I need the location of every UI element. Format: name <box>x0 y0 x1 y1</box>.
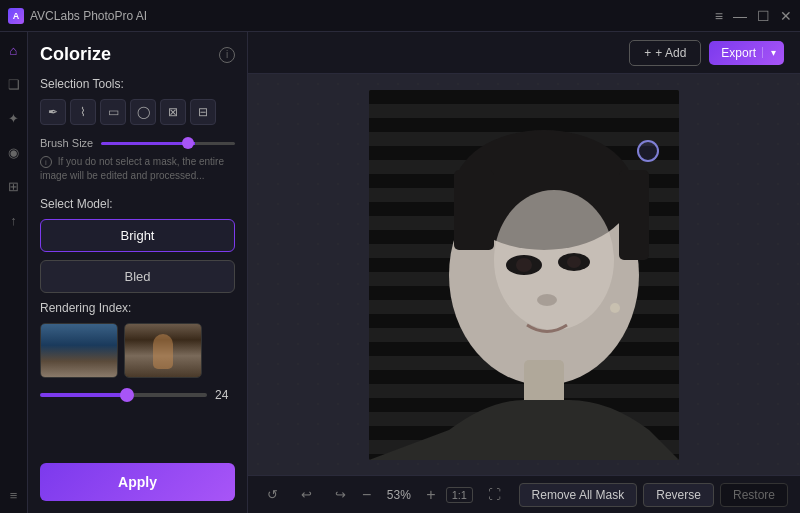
refresh-icon[interactable]: ↺ <box>260 483 284 507</box>
reverse-button[interactable]: Reverse <box>643 483 714 507</box>
zoom-plus-icon[interactable]: + <box>426 486 435 504</box>
canvas-area: + + Add Export ▾ <box>248 32 800 513</box>
svg-point-12 <box>537 294 557 306</box>
ellipse-select-btn[interactable]: ◯ <box>130 99 156 125</box>
redo-icon[interactable]: ↪ <box>328 483 352 507</box>
main-image <box>369 90 679 460</box>
layers-icon[interactable]: ❑ <box>4 74 24 94</box>
brush-size-thumb[interactable] <box>182 137 194 149</box>
effects-icon[interactable]: ✦ <box>4 108 24 128</box>
sidebar-panel: Colorize i Selection Tools: ✒ ⌇ ▭ ◯ ⊠ ⊟ … <box>28 32 248 513</box>
export-rail-icon[interactable]: ↑ <box>4 210 24 230</box>
select-model-label: Select Model: <box>40 197 235 211</box>
selection-tools-row: ✒ ⌇ ▭ ◯ ⊠ ⊟ <box>40 99 235 125</box>
face-icon[interactable]: ◉ <box>4 142 24 162</box>
zoom-level: 53% <box>381 488 416 502</box>
minimize-icon[interactable]: — <box>733 8 747 24</box>
thumbnail-mountain <box>40 323 118 378</box>
bottom-toolbar-right: Remove All Mask Reverse Restore <box>519 483 788 507</box>
window-controls[interactable]: ≡ — ☐ ✕ <box>715 8 792 24</box>
rendering-index-thumb[interactable] <box>120 388 134 402</box>
restore-button[interactable]: Restore <box>720 483 788 507</box>
rendering-index-slider[interactable] <box>40 393 207 397</box>
svg-point-11 <box>567 256 581 268</box>
close-icon[interactable]: ✕ <box>780 8 792 24</box>
rendering-index-label: Rendering Index: <box>40 301 235 315</box>
sidebar-title: Colorize <box>40 44 111 65</box>
bottom-bar: ↺ ↩ ↪ − 53% + 1:1 ⛶ Remove All Mask Reve… <box>248 475 800 513</box>
image-viewport[interactable] <box>248 74 800 475</box>
export-arrow-icon[interactable]: ▾ <box>762 47 784 58</box>
export-button[interactable]: Export ▾ <box>709 41 784 65</box>
svg-rect-5 <box>619 170 649 260</box>
info-icon[interactable]: i <box>219 47 235 63</box>
settings-icon[interactable]: ≡ <box>4 485 24 505</box>
pen-tool-btn[interactable]: ✒ <box>40 99 66 125</box>
app-logo: A <box>8 8 24 24</box>
rect-select-btn[interactable]: ▭ <box>100 99 126 125</box>
plugins-icon[interactable]: ⊞ <box>4 176 24 196</box>
add-label: + Add <box>655 46 686 60</box>
portrait-image <box>369 90 679 460</box>
model-bled-btn[interactable]: Bled <box>40 260 235 293</box>
app-title: AVCLabs PhotoPro AI <box>30 9 147 23</box>
plus-icon: + <box>644 46 651 60</box>
fullscreen-icon[interactable]: ⛶ <box>483 483 507 507</box>
bottom-toolbar-left: ↺ ↩ ↪ − 53% + 1:1 ⛶ <box>260 483 511 507</box>
brush-size-row: Brush Size <box>40 137 235 149</box>
svg-point-13 <box>610 303 620 313</box>
top-bar: + + Add Export ▾ <box>248 32 800 74</box>
apply-button[interactable]: Apply <box>40 463 235 501</box>
model-bright-btn[interactable]: Bright <box>40 219 235 252</box>
subtract-btn[interactable]: ⊟ <box>190 99 216 125</box>
titlebar: A AVCLabs PhotoPro AI ≡ — ☐ ✕ <box>0 0 800 32</box>
brush-size-label: Brush Size <box>40 137 93 149</box>
remove-mask-button[interactable]: Remove All Mask <box>519 483 638 507</box>
thumb-mountain-img <box>41 324 117 377</box>
hint-text: i If you do not select a mask, the entir… <box>40 155 235 183</box>
selection-tools-label: Selection Tools: <box>40 77 235 91</box>
rendering-index-value: 24 <box>215 388 235 402</box>
thumbnail-person <box>124 323 202 378</box>
menu-icon[interactable]: ≡ <box>715 8 723 24</box>
titlebar-left: A AVCLabs PhotoPro AI <box>8 8 147 24</box>
lasso-tool-btn[interactable]: ⌇ <box>70 99 96 125</box>
hint-icon: i <box>40 156 52 168</box>
magic-wand-btn[interactable]: ⊠ <box>160 99 186 125</box>
sidebar-header: Colorize i <box>40 44 235 65</box>
brush-size-slider[interactable] <box>101 142 235 145</box>
zoom-preset-btn[interactable]: 1:1 <box>446 487 473 503</box>
rendering-thumbnails <box>40 323 235 378</box>
home-icon[interactable]: ⌂ <box>4 40 24 60</box>
render-slider-row: 24 <box>40 388 235 402</box>
icon-rail: ⌂ ❑ ✦ ◉ ⊞ ↑ ≡ <box>0 32 28 513</box>
export-label: Export <box>721 46 762 60</box>
maximize-icon[interactable]: ☐ <box>757 8 770 24</box>
svg-rect-4 <box>454 170 494 250</box>
circle-indicator <box>637 140 659 162</box>
svg-point-9 <box>516 258 532 272</box>
add-button[interactable]: + + Add <box>629 40 701 66</box>
app-body: ⌂ ❑ ✦ ◉ ⊞ ↑ ≡ Colorize i Selection Tools… <box>0 32 800 513</box>
undo-icon[interactable]: ↩ <box>294 483 318 507</box>
thumb-person-img <box>125 324 201 377</box>
zoom-minus-icon[interactable]: − <box>362 486 371 504</box>
